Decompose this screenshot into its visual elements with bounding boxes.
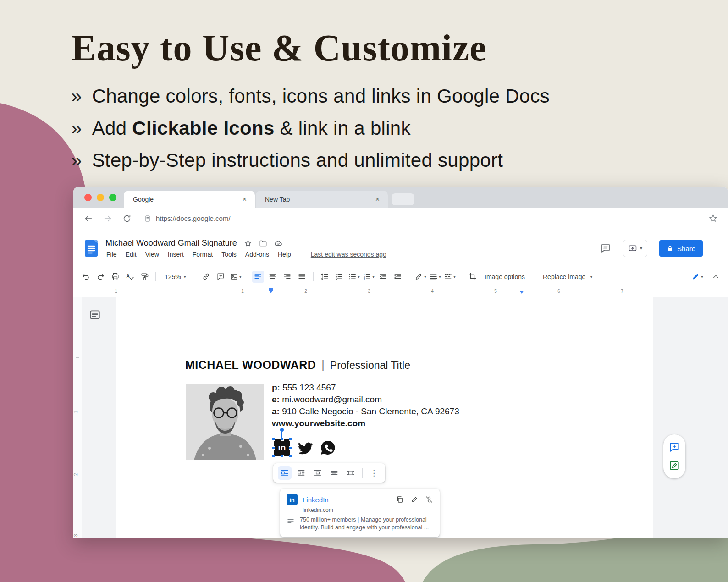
spellcheck-button[interactable]: A [124,271,136,283]
back-icon[interactable] [83,214,94,224]
align-center-button[interactable] [267,271,279,283]
hero-title: Easy to Use & Customize [71,27,676,70]
selection-handle[interactable] [281,455,284,458]
zoom-select[interactable]: 125% ▾ [161,273,190,280]
menu-view[interactable]: View [144,250,160,258]
docs-toolbar: A 125% ▾ ▾ ▾ 123▾ ▾ ▾ ▾ Image options Re… [73,268,728,286]
undo-button[interactable] [80,271,92,283]
present-button[interactable]: ▾ [623,240,647,257]
add-comment-icon[interactable] [668,441,680,453]
google-docs-icon[interactable] [84,239,98,258]
redo-button[interactable] [94,271,106,283]
add-reaction-icon[interactable] [668,460,680,472]
comment-history-icon[interactable] [600,243,611,254]
twitter-icon[interactable] [297,439,313,456]
increase-indent-button[interactable] [392,271,404,283]
doc-title[interactable]: Michael Woodward Gmail Signature [105,238,237,248]
numbered-list-button[interactable]: 123▾ [363,271,375,283]
hide-menus-button[interactable] [710,271,722,283]
new-tab-button[interactable] [392,193,414,205]
selection-handle[interactable] [289,455,292,458]
break-text-button[interactable] [311,466,325,480]
address-bar[interactable]: https://docs.google.com/ [144,214,699,222]
checklist-button[interactable] [333,271,345,283]
menu-insert[interactable]: Insert [167,250,185,258]
rotate-handle[interactable] [280,428,284,432]
link-title[interactable]: LinkedIn [303,496,329,504]
image-options-button[interactable]: Image options [481,273,529,280]
share-button[interactable]: Share [659,240,703,257]
editing-mode-button[interactable]: ▾ [691,271,703,283]
menu-file[interactable]: File [105,250,118,258]
decrease-indent-button[interactable] [377,271,389,283]
insert-image-button[interactable]: ▾ [230,271,242,283]
insert-comment-button[interactable] [215,271,227,283]
menu-format[interactable]: Format [192,250,214,258]
hero-section: Easy to Use & Customize » Change colors,… [71,27,676,171]
selection-handle[interactable] [289,446,292,450]
align-right-button[interactable] [281,271,293,283]
more-options-icon[interactable]: ⋮ [367,468,381,478]
document-outline-icon[interactable] [89,309,101,321]
whatsapp-icon[interactable] [320,439,336,456]
profile-photo[interactable] [186,384,264,460]
paint-format-button[interactable] [138,271,150,283]
reload-icon[interactable] [122,214,132,224]
bullet-marker: » [71,85,82,107]
minimize-window-button[interactable] [97,194,104,201]
toolbar-right: ▾ [691,271,722,283]
bulleted-list-button[interactable]: ▾ [348,271,360,283]
left-indent-marker[interactable] [269,288,273,293]
menu-edit[interactable]: Edit [125,250,138,258]
tab-new-tab[interactable]: New Tab × [256,191,388,208]
print-button[interactable] [109,271,121,283]
border-color-button[interactable]: ▾ [414,271,426,283]
menu-addons[interactable]: Add-ons [244,250,270,258]
lock-icon [667,245,673,252]
linkedin-image-selected[interactable]: in [274,439,290,456]
right-indent-marker[interactable] [519,291,524,294]
justify-button[interactable] [296,271,308,283]
ruler-number: 5 [494,289,497,294]
remove-link-icon[interactable] [425,495,433,504]
toolbar-separator [247,272,247,281]
phone-line: p: 555.123.4567 [272,382,459,394]
copy-link-icon[interactable] [396,495,404,504]
menu-tools[interactable]: Tools [221,250,237,258]
crop-image-button[interactable] [466,271,478,283]
selection-handle[interactable] [272,455,275,458]
last-edit-link[interactable]: Last edit was seconds ago [311,251,386,258]
behind-text-button[interactable] [327,466,341,480]
border-weight-button[interactable]: ▾ [429,271,441,283]
selection-handle[interactable] [281,438,284,441]
line-spacing-button[interactable] [319,271,331,283]
align-left-button[interactable] [252,271,264,283]
selection-handle[interactable] [272,438,275,441]
selection-handle[interactable] [272,446,275,450]
toolbar-separator [313,272,314,281]
selection-handle[interactable] [289,438,292,441]
in-front-of-text-button[interactable] [344,466,358,480]
close-window-button[interactable] [84,194,92,201]
document-page[interactable]: MICHAEL WOODWARD | Professional Title [116,297,653,538]
linkedin-icon[interactable]: in [274,439,290,456]
cloud-status-icon[interactable] [274,239,282,247]
star-doc-icon[interactable] [244,239,252,247]
zoom-window-button[interactable] [109,194,116,201]
signature-contact-block[interactable]: p: 555.123.4567 e: mi.woodward@gmail.com… [272,382,459,429]
tab-title: New Tab [265,196,290,203]
edit-link-icon[interactable] [410,495,419,504]
insert-link-button[interactable] [200,271,212,283]
replace-image-button[interactable]: Replace image ▾ [539,271,592,283]
menu-help[interactable]: Help [277,250,292,258]
forward-icon[interactable] [103,214,113,224]
bullet-marker: » [71,149,82,171]
tab-close-icon[interactable]: × [241,195,248,204]
tab-close-icon[interactable]: × [374,195,381,204]
move-folder-icon[interactable] [259,239,267,247]
wrap-text-button[interactable] [294,466,308,480]
bookmark-star-icon[interactable] [708,214,718,223]
border-dash-button[interactable]: ▾ [444,271,456,283]
tab-google[interactable]: Google × [124,191,255,208]
wrap-inline-button[interactable] [278,466,292,480]
